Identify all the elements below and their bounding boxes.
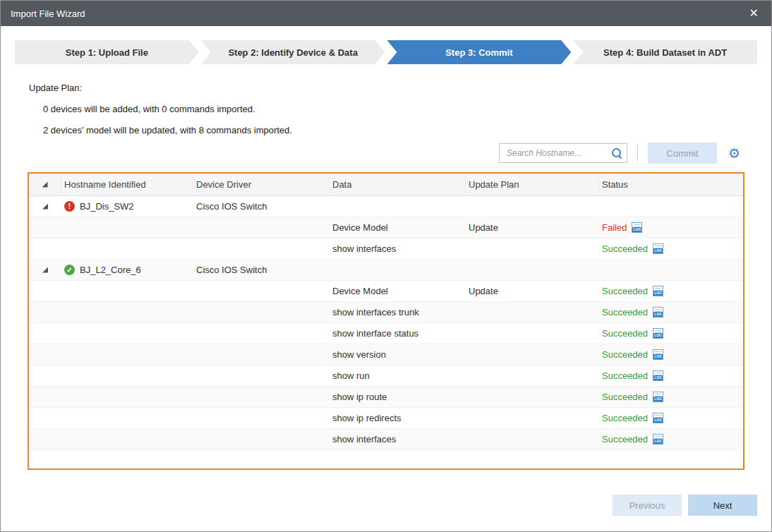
device-driver-cell: Cisco IOS Switch: [193, 265, 330, 275]
header-data: Data: [330, 174, 466, 195]
step-4-build-dataset[interactable]: Step 4: Build Dataset in ADT: [573, 40, 757, 64]
header-hostname: Hostname Identified: [61, 174, 193, 195]
toolbar: Commit ⚙: [29, 143, 740, 164]
update-plan-section: Update Plan: 0 devices will be added, wi…: [29, 83, 771, 135]
status-label: Failed: [602, 222, 627, 233]
table-body: !BJ_Dis_SW2Cisco IOS SwitchDevice ModelU…: [29, 196, 743, 450]
log-icon[interactable]: LOG: [653, 328, 663, 339]
data-cell: show interfaces: [330, 434, 466, 445]
data-cell: show run: [330, 370, 466, 381]
expand-icon[interactable]: [42, 267, 48, 273]
command-row[interactable]: show runSucceededLOG: [29, 365, 743, 387]
log-icon[interactable]: LOG: [653, 434, 663, 445]
header-status: Status: [599, 174, 743, 195]
expand-icon[interactable]: [42, 204, 48, 210]
data-cell: show ip redirects: [330, 413, 466, 423]
command-row[interactable]: show versionSucceededLOG: [29, 344, 743, 365]
log-icon-label: LOG: [653, 397, 663, 401]
log-icon-label: LOG: [653, 291, 663, 296]
status-label: Succeeded: [602, 349, 648, 360]
status-label: Succeeded: [602, 243, 648, 254]
commit-button[interactable]: Commit: [648, 143, 717, 164]
status-cell: SucceededLOG: [599, 370, 743, 381]
status-cell: SucceededLOG: [599, 413, 743, 423]
data-cell: show ip route: [330, 392, 466, 402]
header-update-plan: Update Plan: [466, 174, 599, 195]
command-row[interactable]: show interfaces trunkSucceededLOG: [29, 302, 743, 323]
command-row[interactable]: show interface statusSucceededLOG: [29, 323, 743, 344]
command-row[interactable]: show ip redirectsSucceededLOG: [29, 408, 743, 429]
status-cell: SucceededLOG: [599, 392, 743, 402]
device-row[interactable]: ✓BJ_L2_Core_6Cisco IOS Switch: [29, 260, 743, 281]
log-icon-label: LOG: [653, 333, 663, 338]
toolbar-divider: [637, 145, 638, 162]
log-icon[interactable]: LOG: [653, 370, 663, 381]
command-row[interactable]: show interfacesSucceededLOG: [29, 429, 743, 450]
collapse-all-icon[interactable]: [42, 182, 48, 188]
log-icon[interactable]: LOG: [653, 392, 663, 402]
log-icon[interactable]: LOG: [653, 286, 663, 296]
success-icon: ✓: [64, 265, 75, 275]
step-label: Step 4: Build Dataset in ADT: [603, 47, 727, 58]
status-cell: FailedLOG: [599, 222, 743, 233]
header-device-driver: Device Driver: [193, 174, 330, 195]
step-1-upload-file[interactable]: Step 1: Upload File: [15, 40, 199, 64]
expand-cell: [29, 267, 61, 273]
update-plan-cell: Update: [466, 222, 599, 233]
status-cell: SucceededLOG: [599, 434, 743, 445]
log-icon-label: LOG: [653, 439, 663, 444]
title-bar: Import File Wizard ✕: [1, 1, 771, 26]
status-cell: SucceededLOG: [599, 349, 743, 360]
data-cell: show interfaces trunk: [330, 307, 466, 318]
status-label: Succeeded: [602, 392, 648, 402]
command-row[interactable]: show ip routeSucceededLOG: [29, 387, 743, 408]
status-label: Succeeded: [602, 328, 648, 339]
device-row[interactable]: !BJ_Dis_SW2Cisco IOS Switch: [29, 196, 743, 217]
header-expand-cell[interactable]: [29, 174, 61, 195]
log-icon-label: LOG: [653, 354, 663, 359]
gear-icon[interactable]: ⚙: [728, 147, 740, 160]
next-button[interactable]: Next: [688, 495, 757, 516]
log-icon[interactable]: LOG: [653, 413, 663, 423]
status-cell: SucceededLOG: [599, 307, 743, 318]
import-file-wizard-dialog: Import File Wizard ✕ Step 1: Upload File…: [0, 0, 772, 532]
previous-button[interactable]: Previous: [613, 495, 682, 516]
error-icon: !: [64, 201, 75, 212]
data-cell: show interface status: [330, 328, 466, 339]
log-icon[interactable]: LOG: [653, 243, 663, 254]
log-icon-label: LOG: [653, 418, 663, 423]
data-cell: Device Model: [330, 222, 466, 233]
footer: Previous Next: [1, 495, 771, 531]
hostname-cell: !BJ_Dis_SW2: [61, 201, 193, 212]
log-icon[interactable]: LOG: [632, 222, 642, 233]
expand-cell: [29, 204, 61, 210]
log-icon-label: LOG: [653, 375, 663, 380]
status-label: Succeeded: [602, 370, 648, 381]
search-input[interactable]: [505, 147, 611, 159]
step-label: Step 3: Commit: [445, 47, 512, 58]
status-label: Succeeded: [602, 413, 648, 423]
close-icon[interactable]: ✕: [747, 6, 761, 20]
step-2-identify-device-data[interactable]: Step 2: Identify Device & Data: [201, 40, 385, 64]
command-row[interactable]: Device ModelUpdateSucceededLOG: [29, 281, 743, 302]
log-icon[interactable]: LOG: [653, 307, 663, 318]
status-label: Succeeded: [602, 286, 648, 296]
search-box: [499, 143, 627, 163]
update-plan-line-added: 0 devices will be added, with 0 commands…: [43, 104, 771, 114]
device-driver-cell: Cisco IOS Switch: [193, 201, 330, 212]
window-title: Import File Wizard: [11, 8, 85, 19]
status-cell: SucceededLOG: [599, 328, 743, 339]
wizard-steps: Step 1: Upload File Step 2: Identify Dev…: [15, 40, 757, 64]
step-3-commit[interactable]: Step 3: Commit: [387, 40, 572, 64]
search-icon[interactable]: [611, 147, 622, 159]
log-icon[interactable]: LOG: [653, 349, 663, 360]
command-row[interactable]: Device ModelUpdateFailedLOG: [29, 217, 743, 238]
data-cell: Device Model: [330, 286, 466, 296]
step-label: Step 2: Identify Device & Data: [228, 47, 358, 58]
status-cell: SucceededLOG: [599, 286, 743, 296]
command-row[interactable]: show interfacesSucceededLOG: [29, 238, 743, 260]
update-plan-cell: Update: [466, 286, 599, 296]
log-icon-label: LOG: [653, 312, 663, 317]
hostname-label: BJ_L2_Core_6: [80, 265, 141, 275]
import-result-table: Hostname Identified Device Driver Data U…: [28, 172, 744, 470]
